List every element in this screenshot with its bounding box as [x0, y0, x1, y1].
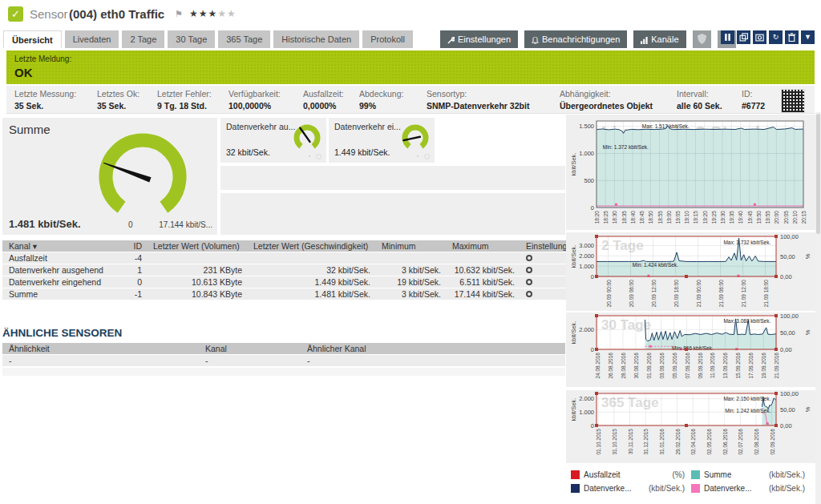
clone-button[interactable]: [737, 30, 750, 44]
col-aehnlicher-kanal[interactable]: Ähnlicher Kanal: [301, 343, 565, 354]
delete-button[interactable]: [785, 30, 799, 44]
col-kanal[interactable]: Kanal ▾: [2, 240, 123, 252]
graph-365-tage[interactable]: 365 Tage01.10.201531.10.201530.11.201531…: [566, 390, 815, 463]
svg-text:100,00: 100,00: [780, 312, 799, 320]
gauge-card-summe[interactable]: Summe 1.481 kbit/Sek. 0 17.144 kbit/S...: [2, 118, 217, 235]
svg-text:50,00: 50,00: [780, 329, 795, 337]
scrollbar[interactable]: [815, 112, 821, 504]
table-row-summe[interactable]: Summe-1 10.843 KByte1.481 kbit/Sek. 3 kb…: [2, 288, 568, 300]
tab-livedaten[interactable]: Livedaten: [65, 30, 119, 48]
svg-text:01.10.2015: 01.10.2015: [596, 429, 601, 455]
gauge-max: 17.144 kbit/S...: [159, 220, 212, 229]
tab-2-tage[interactable]: 2 Tage: [122, 30, 164, 48]
stars-filled[interactable]: ★★★: [189, 8, 217, 19]
col-maximum[interactable]: Maximum: [446, 240, 520, 252]
svg-text:02.07.2016: 02.07.2016: [738, 429, 743, 455]
livegraph-panel[interactable]: Livegraph, 2 Stunden18:2018:2518:3018:35…: [566, 115, 815, 230]
settings-button[interactable]: Einstellungen: [440, 30, 518, 48]
legend-item-ausfallzeit: Ausfallzeit (%): [571, 470, 691, 479]
svg-text:kbit/Sek.: kbit/Sek.: [570, 153, 577, 176]
graph-365-tage-panel[interactable]: 365 Tage01.10.201531.10.201530.11.201531…: [566, 390, 815, 463]
svg-text:02.04.2016: 02.04.2016: [690, 429, 696, 455]
svg-text:kbit/Sek.: kbit/Sek.: [570, 321, 577, 345]
tab-30-tage[interactable]: 30 Tage: [168, 30, 215, 48]
svg-text:19:30: 19:30: [720, 211, 726, 224]
table-row-eingehend[interactable]: Datenverkehr eingehend0 10.613 KByte1.44…: [2, 276, 568, 288]
svg-text:13.09.2016: 13.09.2016: [722, 353, 728, 379]
report-button[interactable]: [753, 30, 766, 44]
check-now-button[interactable]: ↻: [769, 30, 783, 44]
flag-icon[interactable]: ⚑: [175, 9, 183, 19]
notifications-button[interactable]: Benachrichtigungen: [524, 30, 627, 48]
livegraph-chart[interactable]: Livegraph, 2 Stunden18:2018:2518:3018:35…: [566, 115, 815, 230]
empty-panel: [220, 166, 565, 190]
svg-text:30.08.2016: 30.08.2016: [633, 353, 639, 379]
svg-text:20:15: 20:15: [801, 211, 807, 224]
graph-30-tage[interactable]: 30 Tage24.08.201626.08.201628.08.201630.…: [566, 312, 815, 387]
svg-text:19:50: 19:50: [756, 211, 762, 224]
col-aehnlichkeit[interactable]: Ähnlichkeit: [2, 343, 199, 354]
gear-icon[interactable]: [526, 291, 532, 297]
gear-icon[interactable]: [526, 279, 532, 285]
svg-text:0: 0: [591, 422, 594, 429]
last-message-status: OK: [14, 66, 815, 79]
clone-icon: [739, 33, 748, 42]
svg-text:02.05.2016: 02.05.2016: [706, 429, 712, 455]
table-row: - - -: [2, 354, 565, 366]
channel-table: Kanal ▾ ID Letzter Wert (Volumen) Letzte…: [2, 240, 568, 300]
svg-text:50,00: 50,00: [780, 253, 795, 260]
svg-text:26.08.2016: 26.08.2016: [608, 353, 613, 379]
similar-table-header: Ähnlichkeit Kanal Ähnlicher Kanal: [2, 343, 565, 354]
graph-30-tage-panel[interactable]: 30 Tage24.08.201626.08.201628.08.201630.…: [566, 312, 815, 387]
table-row-ausfallzeit[interactable]: Ausfallzeit-4: [2, 252, 568, 264]
svg-text:15.09.2016: 15.09.2016: [735, 353, 741, 379]
svg-text:24.08.2016: 24.08.2016: [595, 353, 601, 379]
svg-text:Min: 866 kbit/Sek.: Min: 866 kbit/Sek.: [672, 345, 714, 351]
refresh-icon: ↻: [773, 33, 779, 41]
gear-icon[interactable]: [526, 267, 532, 273]
svg-text:05.09.2016: 05.09.2016: [672, 353, 677, 379]
tab-uebersicht[interactable]: Übersicht: [3, 30, 62, 48]
empty-strip: [2, 368, 565, 376]
gauge-card-ausgehend[interactable]: Datenverkehr au... 32 kbit/Sek. ◔ ⬡: [220, 118, 326, 163]
svg-text:2.000: 2.000: [579, 252, 594, 260]
gear-icon[interactable]: [526, 255, 532, 261]
tab-365-tage[interactable]: 365 Tage: [218, 30, 270, 48]
svg-text:%: %: [804, 253, 811, 259]
metric-sensortyp: Sensortyp:SNMP-Datenverkehr 32bit: [420, 89, 553, 113]
metric-abdeckung: Abdeckung:99%: [353, 89, 420, 113]
svg-text:21.09 12:00: 21.09 12:00: [741, 280, 746, 308]
tab-historische-daten[interactable]: Historische Daten: [273, 30, 359, 48]
shield-button[interactable]: [693, 30, 711, 48]
graph-2-tage-panel[interactable]: 2 Tage20.09 00:0020.09 06:0020.09 12:002…: [566, 232, 815, 311]
mini-gauge-settings-icons[interactable]: ◔ ⬡: [307, 153, 323, 160]
tab-protokoll[interactable]: Protokoll: [362, 30, 413, 48]
col-kanal[interactable]: Kanal: [199, 343, 301, 354]
svg-text:21.09 06:00: 21.09 06:00: [718, 280, 724, 308]
gauge-card-eingehend[interactable]: Datenverkehr ei... 1.449 kbit/Sek. ◔ ⬡: [329, 118, 435, 163]
col-volumen[interactable]: Letzter Wert (Volumen): [147, 240, 247, 252]
bar-chart-icon: [641, 37, 648, 44]
col-minimum[interactable]: Minimum: [375, 240, 446, 252]
svg-text:3.000: 3.000: [579, 242, 594, 249]
col-geschwindigkeit[interactable]: Letzter Wert (Geschwindigkeit): [247, 240, 375, 252]
mini-gauge-settings-icons[interactable]: ◔ ⬡: [415, 153, 431, 160]
similar-sensors-table: Ähnlichkeit Kanal Ähnlicher Kanal - - -: [2, 343, 565, 367]
graph-2-tage[interactable]: 2 Tage20.09 00:0020.09 06:0020.09 12:002…: [566, 232, 815, 311]
priority-stars[interactable]: ★★★★★: [189, 8, 237, 19]
scrollbar-thumb[interactable]: [816, 114, 820, 234]
table-row-ausgehend[interactable]: Datenverkehr ausgehend1 231 KByte32 kbit…: [2, 264, 568, 276]
channels-button[interactable]: Kanäle: [633, 30, 686, 48]
col-id[interactable]: ID: [123, 240, 147, 252]
svg-text:Max: 1.517 kbit/Sek.: Max: 1.517 kbit/Sek.: [642, 123, 690, 129]
svg-text:18:20: 18:20: [594, 211, 600, 224]
stars-empty[interactable]: ★★: [217, 8, 237, 19]
ausgehend-gauge: [291, 121, 323, 153]
svg-text:21.09 18:00: 21.09 18:00: [763, 280, 769, 308]
svg-text:2.000: 2.000: [579, 326, 594, 333]
bell-icon: [532, 37, 539, 44]
more-actions-button[interactable]: ▼: [801, 30, 815, 44]
pause-button[interactable]: [721, 30, 734, 44]
svg-text:31.12.2015: 31.12.2015: [643, 429, 649, 455]
svg-text:18:35: 18:35: [621, 211, 627, 224]
